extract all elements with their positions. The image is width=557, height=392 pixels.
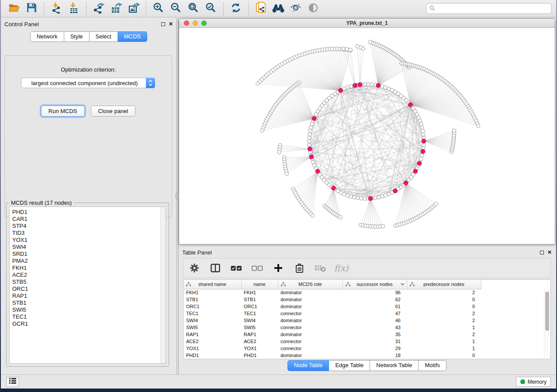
table-cell[interactable]: 1 — [407, 338, 481, 345]
table-cell[interactable]: connector — [278, 324, 343, 331]
tab-network-table[interactable]: Network Table — [370, 360, 419, 371]
network-node[interactable] — [309, 126, 313, 129]
network-node[interactable] — [308, 143, 311, 147]
table-cell[interactable]: FKH1 — [241, 289, 278, 296]
close-panel-button[interactable]: Close panel — [91, 106, 136, 117]
tab-node-table[interactable]: Node Table — [287, 360, 329, 371]
network-node[interactable] — [421, 129, 425, 133]
import-table-button[interactable] — [66, 2, 81, 16]
mcds-result-item[interactable]: ACE2 — [12, 272, 166, 279]
mcds-result-item[interactable]: YOX1 — [12, 237, 166, 244]
table-cell[interactable]: dominator — [278, 331, 343, 338]
table-cell[interactable]: ACE2 — [183, 338, 241, 345]
tab-mcds[interactable]: MCDS — [118, 31, 147, 42]
zoom-fit-button[interactable] — [186, 2, 201, 16]
network-node[interactable] — [308, 129, 312, 133]
table-cell[interactable]: 29 — [343, 345, 407, 352]
mcds-hub-node[interactable] — [308, 147, 312, 151]
node-table-grid[interactable]: shared namenameMCDS rolesuccessor nodesp… — [183, 280, 481, 359]
network-node[interactable] — [343, 192, 346, 196]
mcds-result-item[interactable]: TEC1 — [12, 313, 166, 320]
network-node[interactable] — [349, 195, 353, 198]
network-node[interactable] — [381, 195, 384, 198]
export-image-button[interactable] — [126, 2, 141, 16]
network-node[interactable] — [346, 86, 349, 89]
network-node[interactable] — [356, 45, 359, 48]
table-row[interactable]: FKH1FKH1dominator962 — [183, 289, 481, 296]
table-cell[interactable]: PHD1 — [183, 352, 241, 359]
column-header-MCDS-role[interactable]: MCDS role — [278, 280, 343, 289]
save-session-button[interactable] — [24, 2, 39, 16]
table-cell[interactable]: STB1 — [241, 296, 278, 303]
table-cell[interactable]: dominator — [278, 303, 343, 310]
optimization-criterion-select[interactable]: largest connected component (undirected) — [21, 78, 155, 88]
network-node[interactable] — [277, 150, 281, 154]
table-cell[interactable]: connector — [278, 310, 343, 317]
tab-style[interactable]: Style — [64, 31, 90, 42]
mcds-hub-node[interactable] — [422, 139, 426, 143]
table-row[interactable]: SWI5SWI5connector431 — [183, 324, 481, 331]
zoom-out-button[interactable] — [169, 2, 183, 16]
refresh-button[interactable] — [228, 2, 243, 16]
network-node[interactable] — [356, 196, 360, 199]
table-cell[interactable]: TEC1 — [241, 310, 278, 317]
mcds-hub-node[interactable] — [358, 83, 362, 87]
show-all-button[interactable] — [306, 2, 321, 16]
mcds-result-item[interactable]: SRD1 — [12, 251, 166, 258]
table-cell[interactable]: 31 — [343, 338, 407, 345]
mcds-result-item[interactable]: ORC1 — [12, 285, 166, 292]
table-row[interactable]: STB1STB1dominator620 — [183, 296, 481, 303]
hide-selected-button[interactable] — [288, 2, 303, 16]
network-node[interactable] — [367, 83, 370, 86]
table-cell[interactable]: 62 — [343, 296, 407, 303]
table-scrollbar[interactable] — [544, 289, 550, 358]
network-node[interactable] — [308, 136, 311, 140]
table-cell[interactable]: dominator — [278, 289, 343, 296]
table-cell[interactable]: RAP1 — [183, 331, 241, 338]
network-node[interactable] — [363, 197, 367, 200]
network-node[interactable] — [420, 154, 424, 157]
mcds-hub-node[interactable] — [315, 169, 320, 173]
search-input[interactable] — [437, 6, 548, 12]
float-panel-icon[interactable] — [161, 22, 165, 26]
mcds-hub-node[interactable] — [332, 186, 336, 190]
network-node[interactable] — [339, 216, 342, 219]
mcds-result-item[interactable]: SWI4 — [12, 244, 166, 251]
table-cell[interactable]: 46 — [343, 317, 407, 324]
mcds-hub-node[interactable] — [404, 181, 408, 185]
table-cell[interactable]: SWI5 — [241, 324, 278, 331]
network-node[interactable] — [452, 129, 456, 132]
network-node[interactable] — [370, 83, 374, 86]
network-node[interactable] — [353, 196, 356, 199]
network-node[interactable] — [345, 48, 349, 51]
mcds-result-item[interactable]: CAR1 — [12, 216, 166, 223]
table-cell[interactable]: 0 — [407, 303, 481, 310]
network-node[interactable] — [368, 40, 372, 44]
table-row[interactable]: ACE2ACE2connector311 — [183, 338, 481, 345]
table-cell[interactable]: STB1 — [183, 296, 241, 303]
network-node[interactable] — [422, 133, 425, 136]
table-cell[interactable]: 2 — [407, 317, 481, 324]
table-cell[interactable]: dominator — [278, 296, 343, 303]
table-row[interactable]: SWI4SWI4dominator462 — [183, 317, 481, 324]
table-cell[interactable]: PHD1 — [241, 352, 278, 359]
network-node[interactable] — [308, 140, 311, 143]
mcds-hub-node[interactable] — [376, 83, 381, 88]
column-header-name[interactable]: name — [241, 280, 278, 289]
network-node[interactable] — [387, 87, 391, 90]
mcds-hub-node[interactable] — [368, 196, 373, 201]
network-node[interactable] — [419, 122, 423, 126]
table-cell[interactable]: dominator — [278, 317, 343, 324]
tab-motifs[interactable]: Motifs — [419, 360, 446, 371]
mcds-result-item[interactable]: STB5 — [12, 279, 166, 285]
network-node[interactable] — [349, 48, 352, 52]
table-cell[interactable]: connector — [278, 345, 343, 352]
zoom-selected-button[interactable] — [204, 2, 218, 16]
deselect-all-icon[interactable] — [252, 262, 263, 274]
network-node[interactable] — [419, 157, 423, 161]
network-node[interactable] — [374, 196, 377, 199]
table-cell[interactable]: 47 — [343, 310, 407, 317]
table-cell[interactable]: ORC1 — [241, 303, 278, 310]
mcds-result-item[interactable]: STB1 — [12, 299, 166, 306]
network-node[interactable] — [384, 86, 387, 89]
